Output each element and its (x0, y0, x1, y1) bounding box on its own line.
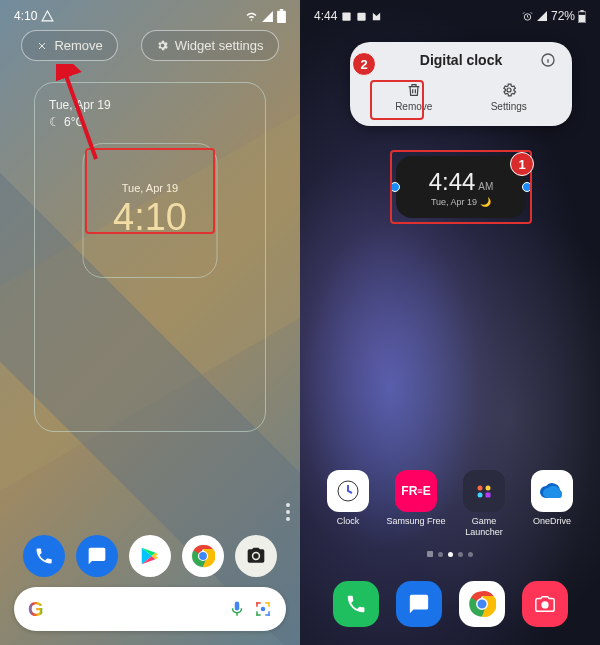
home-app-row: Clock FR≡E Samsung Free Game Launcher On… (300, 470, 600, 537)
pixel-phone: 4:10 Remove Widget settings Tue, Apr 19 … (0, 0, 300, 645)
dock (0, 535, 300, 577)
annotation-badge-2: 2 (352, 52, 376, 76)
popup-settings-label: Settings (491, 101, 527, 112)
clock-date: Tue, Apr 19 (122, 182, 178, 194)
svg-point-28 (478, 493, 483, 498)
popup-remove-label: Remove (395, 101, 432, 112)
trash-icon (406, 82, 422, 98)
resize-handle-left[interactable] (390, 182, 400, 192)
alarm-icon (522, 11, 533, 22)
camera-icon[interactable] (522, 581, 568, 627)
battery-icon (277, 9, 286, 23)
app-label: Clock (337, 516, 360, 526)
lens-icon[interactable] (254, 600, 272, 618)
notif-calendar-icon (356, 11, 367, 22)
svg-rect-1 (280, 9, 284, 11)
samsung-phone: 4:44 72% Digital clock Remove Settings (300, 0, 600, 645)
close-icon (36, 40, 48, 52)
battery-text: 72% (551, 9, 575, 23)
google-logo-icon: G (28, 598, 44, 621)
popup-settings-button[interactable]: Settings (483, 78, 535, 116)
mic-icon[interactable] (228, 600, 246, 618)
chrome-icon[interactable] (459, 581, 505, 627)
play-store-icon[interactable] (129, 535, 171, 577)
app-onedrive[interactable]: OneDrive (522, 470, 582, 537)
svg-point-27 (486, 486, 491, 491)
status-bar: 4:10 (0, 6, 300, 26)
page-indicator (286, 503, 290, 521)
status-bar: 4:44 72% (300, 6, 600, 26)
moon-icon: ☾ (49, 114, 60, 131)
svg-rect-22 (580, 10, 583, 12)
remove-label: Remove (54, 38, 102, 53)
clock-widget[interactable]: Tue, Apr 19 4:10 (83, 143, 218, 278)
camera-icon[interactable] (235, 535, 277, 577)
svg-rect-17 (343, 12, 351, 20)
status-time: 4:44 (314, 9, 337, 23)
widget-settings-button[interactable]: Widget settings (141, 30, 279, 61)
popup-remove-button[interactable]: Remove (387, 78, 440, 116)
signal-icon (261, 10, 274, 23)
moon-icon: 🌙 (480, 197, 491, 207)
svg-rect-18 (358, 12, 366, 20)
widget-context-popup: Digital clock Remove Settings (350, 42, 572, 126)
svg-point-24 (507, 88, 511, 92)
date-weather: Tue, Apr 19 ☾ 6°C (49, 97, 251, 131)
info-icon[interactable] (540, 52, 556, 68)
app-label: Game Launcher (454, 516, 514, 537)
clock-time: 4:44 (429, 168, 476, 196)
clock-time: 4:10 (113, 196, 187, 239)
gear-icon (501, 82, 517, 98)
chrome-icon[interactable] (182, 535, 224, 577)
annotation-badge-1: 1 (510, 152, 534, 176)
svg-rect-21 (579, 14, 585, 21)
messages-app-icon[interactable] (396, 581, 442, 627)
messages-app-icon[interactable] (76, 535, 118, 577)
svg-rect-13 (256, 611, 258, 616)
svg-rect-15 (268, 611, 270, 616)
svg-rect-29 (486, 493, 491, 498)
clock-ampm: AM (478, 181, 493, 192)
svg-rect-9 (256, 602, 258, 607)
app-clock[interactable]: Clock (318, 470, 378, 537)
app-label: Samsung Free (386, 516, 445, 526)
clock-date: Tue, Apr 19 (431, 197, 477, 207)
svg-point-26 (478, 486, 483, 491)
app-game-launcher[interactable]: Game Launcher (454, 470, 514, 537)
svg-rect-0 (277, 11, 286, 23)
page-indicator (300, 551, 600, 557)
svg-rect-11 (268, 602, 270, 607)
dnd-icon (41, 10, 54, 23)
search-bar[interactable]: G (14, 587, 286, 631)
phone-app-icon[interactable] (333, 581, 379, 627)
remove-button[interactable]: Remove (21, 30, 117, 61)
battery-icon (578, 10, 586, 23)
svg-point-33 (541, 601, 548, 608)
clock-widget[interactable]: 4:44 AM Tue, Apr 19 🌙 (396, 156, 526, 218)
svg-point-16 (261, 607, 266, 612)
notif-image-icon (341, 11, 352, 22)
date-text: Tue, Apr 19 (49, 97, 251, 114)
app-samsung-free[interactable]: FR≡E Samsung Free (386, 470, 446, 537)
widget-action-row: Remove Widget settings (0, 30, 300, 61)
widget-edit-frame[interactable]: Tue, Apr 19 ☾ 6°C Tue, Apr 19 4:10 (34, 82, 266, 432)
widget-settings-label: Widget settings (175, 38, 264, 53)
phone-app-icon[interactable] (23, 535, 65, 577)
favorites-dock (300, 581, 600, 627)
temp-text: 6°C (64, 114, 84, 131)
wifi-icon (245, 10, 258, 23)
gear-icon (156, 39, 169, 52)
app-label: OneDrive (533, 516, 571, 526)
signal-icon (536, 10, 548, 22)
status-time: 4:10 (14, 9, 37, 23)
popup-title: Digital clock (420, 52, 502, 68)
notif-mail-icon (371, 11, 382, 22)
resize-handle-right[interactable] (522, 182, 532, 192)
